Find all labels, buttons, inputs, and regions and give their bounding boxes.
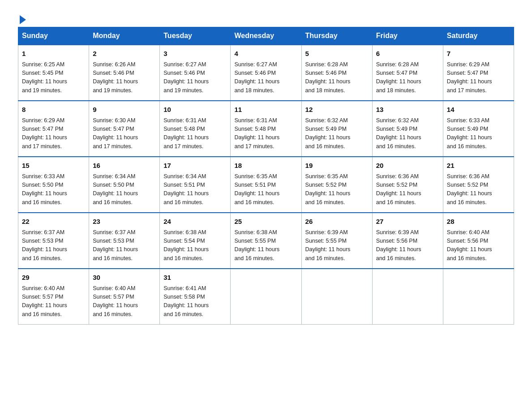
header-monday: Monday <box>89 27 160 45</box>
day-number: 5 <box>305 49 369 59</box>
week-row-4: 22Sunrise: 6:37 AMSunset: 5:53 PMDayligh… <box>18 213 514 269</box>
calendar-cell: 22Sunrise: 6:37 AMSunset: 5:53 PMDayligh… <box>18 213 89 269</box>
day-info: Sunrise: 6:34 AMSunset: 5:50 PMDaylight:… <box>93 173 138 206</box>
calendar-cell: 25Sunrise: 6:38 AMSunset: 5:55 PMDayligh… <box>231 213 301 269</box>
day-number: 10 <box>163 105 227 115</box>
day-number: 16 <box>93 161 156 171</box>
day-info: Sunrise: 6:29 AMSunset: 5:47 PMDaylight:… <box>447 61 492 94</box>
day-number: 11 <box>234 105 297 115</box>
calendar-cell <box>231 269 301 325</box>
day-info: Sunrise: 6:32 AMSunset: 5:49 PMDaylight:… <box>376 117 421 150</box>
day-info: Sunrise: 6:36 AMSunset: 5:52 PMDaylight:… <box>447 173 492 206</box>
calendar-cell <box>372 269 443 325</box>
calendar-cell: 26Sunrise: 6:39 AMSunset: 5:55 PMDayligh… <box>301 213 372 269</box>
day-number: 13 <box>376 105 439 115</box>
calendar-cell: 3Sunrise: 6:27 AMSunset: 5:46 PMDaylight… <box>160 45 231 101</box>
calendar-table: SundayMondayTuesdayWednesdayThursdayFrid… <box>18 27 514 325</box>
calendar-cell: 1Sunrise: 6:25 AMSunset: 5:45 PMDaylight… <box>18 45 89 101</box>
calendar-cell: 16Sunrise: 6:34 AMSunset: 5:50 PMDayligh… <box>89 157 160 213</box>
header-tuesday: Tuesday <box>160 27 231 45</box>
day-info: Sunrise: 6:31 AMSunset: 5:48 PMDaylight:… <box>163 117 209 150</box>
calendar-cell: 6Sunrise: 6:28 AMSunset: 5:47 PMDaylight… <box>372 45 443 101</box>
day-number: 7 <box>447 49 510 59</box>
day-info: Sunrise: 6:35 AMSunset: 5:51 PMDaylight:… <box>234 173 279 206</box>
calendar-cell: 4Sunrise: 6:27 AMSunset: 5:46 PMDaylight… <box>231 45 301 101</box>
day-info: Sunrise: 6:25 AMSunset: 5:45 PMDaylight:… <box>22 61 67 94</box>
calendar-cell: 9Sunrise: 6:30 AMSunset: 5:47 PMDaylight… <box>89 101 160 157</box>
day-number: 23 <box>93 217 156 227</box>
calendar-cell: 27Sunrise: 6:39 AMSunset: 5:56 PMDayligh… <box>372 213 443 269</box>
day-info: Sunrise: 6:28 AMSunset: 5:46 PMDaylight:… <box>305 61 351 94</box>
calendar-cell <box>443 269 514 325</box>
calendar-cell: 28Sunrise: 6:40 AMSunset: 5:56 PMDayligh… <box>443 213 514 269</box>
day-info: Sunrise: 6:37 AMSunset: 5:53 PMDaylight:… <box>93 229 138 261</box>
header-friday: Friday <box>372 27 443 45</box>
calendar-cell: 17Sunrise: 6:34 AMSunset: 5:51 PMDayligh… <box>160 157 231 213</box>
calendar-cell: 29Sunrise: 6:40 AMSunset: 5:57 PMDayligh… <box>18 269 89 325</box>
calendar-cell: 14Sunrise: 6:33 AMSunset: 5:49 PMDayligh… <box>443 101 514 157</box>
day-info: Sunrise: 6:35 AMSunset: 5:52 PMDaylight:… <box>305 173 351 206</box>
day-info: Sunrise: 6:30 AMSunset: 5:47 PMDaylight:… <box>93 117 138 150</box>
calendar-cell: 21Sunrise: 6:36 AMSunset: 5:52 PMDayligh… <box>443 157 514 213</box>
day-info: Sunrise: 6:33 AMSunset: 5:49 PMDaylight:… <box>447 117 492 150</box>
calendar-cell: 20Sunrise: 6:36 AMSunset: 5:52 PMDayligh… <box>372 157 443 213</box>
day-info: Sunrise: 6:40 AMSunset: 5:57 PMDaylight:… <box>93 285 138 317</box>
header-thursday: Thursday <box>301 27 372 45</box>
day-number: 12 <box>305 105 369 115</box>
day-info: Sunrise: 6:33 AMSunset: 5:50 PMDaylight:… <box>22 173 67 206</box>
calendar-cell: 5Sunrise: 6:28 AMSunset: 5:46 PMDaylight… <box>301 45 372 101</box>
day-number: 1 <box>22 49 85 59</box>
day-info: Sunrise: 6:40 AMSunset: 5:57 PMDaylight:… <box>22 285 67 317</box>
day-number: 19 <box>305 161 369 171</box>
week-row-5: 29Sunrise: 6:40 AMSunset: 5:57 PMDayligh… <box>18 269 514 325</box>
day-number: 28 <box>447 217 510 227</box>
calendar-cell: 19Sunrise: 6:35 AMSunset: 5:52 PMDayligh… <box>301 157 372 213</box>
day-info: Sunrise: 6:26 AMSunset: 5:46 PMDaylight:… <box>93 61 138 94</box>
calendar-cell: 23Sunrise: 6:37 AMSunset: 5:53 PMDayligh… <box>89 213 160 269</box>
day-number: 15 <box>22 161 85 171</box>
calendar-cell: 2Sunrise: 6:26 AMSunset: 5:46 PMDaylight… <box>89 45 160 101</box>
day-number: 31 <box>163 273 227 283</box>
calendar-cell: 8Sunrise: 6:29 AMSunset: 5:47 PMDaylight… <box>18 101 89 157</box>
day-info: Sunrise: 6:36 AMSunset: 5:52 PMDaylight:… <box>376 173 421 206</box>
day-info: Sunrise: 6:32 AMSunset: 5:49 PMDaylight:… <box>305 117 351 150</box>
day-info: Sunrise: 6:29 AMSunset: 5:47 PMDaylight:… <box>22 117 67 150</box>
header-saturday: Saturday <box>443 27 514 45</box>
day-number: 26 <box>305 217 369 227</box>
day-info: Sunrise: 6:40 AMSunset: 5:56 PMDaylight:… <box>447 229 492 261</box>
day-number: 22 <box>22 217 85 227</box>
day-number: 21 <box>447 161 510 171</box>
calendar-cell <box>301 269 372 325</box>
day-number: 29 <box>22 273 85 283</box>
day-number: 14 <box>447 105 510 115</box>
day-info: Sunrise: 6:28 AMSunset: 5:47 PMDaylight:… <box>376 61 421 94</box>
calendar-cell: 13Sunrise: 6:32 AMSunset: 5:49 PMDayligh… <box>372 101 443 157</box>
day-info: Sunrise: 6:38 AMSunset: 5:54 PMDaylight:… <box>163 229 209 261</box>
day-number: 2 <box>93 49 156 59</box>
calendar-cell: 31Sunrise: 6:41 AMSunset: 5:58 PMDayligh… <box>160 269 231 325</box>
day-number: 8 <box>22 105 85 115</box>
calendar-cell: 11Sunrise: 6:31 AMSunset: 5:48 PMDayligh… <box>231 101 301 157</box>
calendar-cell: 7Sunrise: 6:29 AMSunset: 5:47 PMDaylight… <box>443 45 514 101</box>
calendar-cell: 18Sunrise: 6:35 AMSunset: 5:51 PMDayligh… <box>231 157 301 213</box>
calendar-cell: 10Sunrise: 6:31 AMSunset: 5:48 PMDayligh… <box>160 101 231 157</box>
logo <box>18 13 26 22</box>
day-number: 24 <box>163 217 227 227</box>
calendar-cell: 30Sunrise: 6:40 AMSunset: 5:57 PMDayligh… <box>89 269 160 325</box>
day-info: Sunrise: 6:39 AMSunset: 5:55 PMDaylight:… <box>305 229 351 261</box>
day-number: 17 <box>163 161 227 171</box>
day-number: 9 <box>93 105 156 115</box>
day-info: Sunrise: 6:38 AMSunset: 5:55 PMDaylight:… <box>234 229 279 261</box>
day-info: Sunrise: 6:37 AMSunset: 5:53 PMDaylight:… <box>22 229 67 261</box>
calendar-cell: 24Sunrise: 6:38 AMSunset: 5:54 PMDayligh… <box>160 213 231 269</box>
day-number: 30 <box>93 273 156 283</box>
week-row-1: 1Sunrise: 6:25 AMSunset: 5:45 PMDaylight… <box>18 45 514 101</box>
calendar-cell: 15Sunrise: 6:33 AMSunset: 5:50 PMDayligh… <box>18 157 89 213</box>
day-number: 4 <box>234 49 297 59</box>
day-info: Sunrise: 6:27 AMSunset: 5:46 PMDaylight:… <box>163 61 209 94</box>
week-row-2: 8Sunrise: 6:29 AMSunset: 5:47 PMDaylight… <box>18 101 514 157</box>
page-header <box>18 13 514 22</box>
header-wednesday: Wednesday <box>231 27 301 45</box>
day-number: 27 <box>376 217 439 227</box>
day-number: 20 <box>376 161 439 171</box>
